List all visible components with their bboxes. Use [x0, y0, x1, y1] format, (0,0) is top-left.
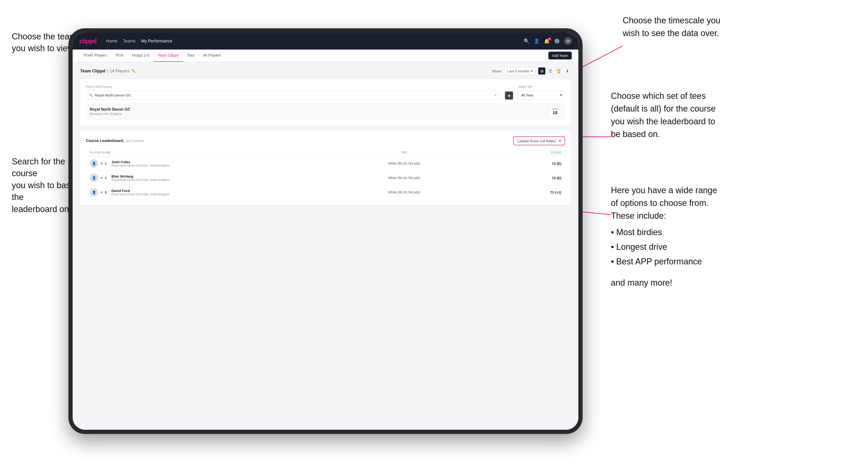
notification-badge: 1 — [548, 37, 551, 40]
download-icon[interactable]: ⬇ — [564, 67, 571, 74]
avatar-blair: 👤 — [90, 174, 98, 182]
leaderboard-card: Course Leaderboard, Last 3 months Lowest… — [80, 131, 571, 205]
annotation-score-options: Here you have a wide rangeof options to … — [611, 184, 717, 289]
tab-pga[interactable]: PGA — [111, 50, 128, 62]
player-cell: 👤 ♥ 3 David Ford Royal North Devon Golf … — [90, 188, 326, 196]
leaderboard-header: Course Leaderboard, Last 3 months Lowest… — [86, 136, 565, 145]
tee-section: Select Tee All Tees ▾ — [518, 85, 565, 100]
show-controls: Show: Last 3 months ▾ ⊞ ☰ 🏆 ⬇ — [492, 67, 571, 74]
avatar[interactable]: A▾ — [564, 37, 572, 45]
grid-view-icon[interactable]: ⊞ — [538, 67, 545, 74]
table-row: 👤 ♥ 1 Blair McHarg Royal North Devon Gol… — [86, 171, 565, 185]
holes-badge: Holes 18 — [549, 106, 561, 117]
favourite-button[interactable]: ★ — [505, 91, 513, 100]
annotation-tee-choice: Choose which set of tees(default is all)… — [611, 90, 716, 141]
find-course-label: Find a Golf Course — [86, 85, 500, 88]
player-cell: 👤 ♥ 1 Blair McHarg Royal North Devon Gol… — [90, 174, 326, 182]
tab-team-clippd[interactable]: Team Clippd — [154, 50, 183, 62]
avatar-josh: 👤 — [90, 159, 98, 168]
nav-teams[interactable]: Teams — [123, 39, 135, 44]
option-birdies: Most birdies — [611, 225, 717, 240]
tab-all-players[interactable]: All Players — [199, 50, 225, 62]
heart-icon[interactable]: ♥ — [100, 176, 102, 180]
chevron-down-icon-tee: ▾ — [560, 93, 562, 97]
select-tee-label: Select Tee — [518, 85, 565, 88]
time-period-dropdown[interactable]: Last 3 months ▾ — [505, 67, 535, 74]
avatar-david: 👤 — [90, 188, 98, 196]
player-cell: 👤 ♥ 1 Josh Coles Royal North Devon Golf … — [90, 159, 326, 168]
option-drive: Longest drive — [611, 240, 717, 254]
nav-home[interactable]: Home — [106, 39, 118, 44]
course-name: Royal North Devon GC — [90, 107, 130, 112]
bell-icon[interactable]: 🔔 1 — [544, 38, 550, 44]
table-row: 👤 ♥ 1 Josh Coles Royal North Devon Golf … — [86, 156, 565, 171]
and-more: and many more! — [611, 276, 717, 289]
team-title: Team Clippd | 14 Players — [80, 69, 129, 73]
course-location: Westward Ho!, England — [90, 112, 130, 116]
sub-nav: PGAT Players PGA Hcaps 1-5 Team Clippd T… — [73, 50, 578, 62]
tab-pgat-players[interactable]: PGAT Players — [79, 50, 111, 62]
table-header: PLAYER NAME TEE SCORE — [86, 149, 565, 156]
top-nav: clippd Home Teams My Performance 🔍 👤 🔔 1… — [73, 33, 578, 50]
logo: clippd — [79, 37, 97, 45]
course-search-input[interactable] — [95, 93, 494, 97]
edit-icon[interactable]: ✏️ — [131, 69, 136, 73]
tab-hcaps[interactable]: Hcaps 1-5 — [128, 50, 154, 62]
table-row: 👤 ♥ 3 David Ford Royal North Devon Golf … — [86, 185, 565, 199]
trophy-icon[interactable]: 🏆 — [555, 67, 562, 74]
search-icon[interactable]: 🔍 — [524, 38, 530, 44]
tablet-frame: clippd Home Teams My Performance 🔍 👤 🔔 1… — [68, 28, 583, 434]
course-search-card: Find a Golf Course 🔍 ✕ ★ Select Te — [80, 79, 571, 126]
search-icon-inner: 🔍 — [89, 93, 93, 97]
list-view-icon[interactable]: ☰ — [547, 67, 554, 74]
heart-icon[interactable]: ♥ — [100, 161, 102, 165]
heart-icon[interactable]: ♥ — [100, 190, 102, 194]
nav-icons: 🔍 👤 🔔 1 ⚙️ A▾ — [524, 37, 572, 45]
player-count: | 14 Players — [107, 69, 130, 73]
nav-links: Home Teams My Performance — [106, 39, 173, 44]
course-result: Royal North Devon GC Westward Ho!, Engla… — [86, 102, 565, 120]
people-icon[interactable]: 👤 — [534, 38, 540, 44]
leaderboard-title: Course Leaderboard, Last 3 months — [86, 139, 144, 143]
view-icons: ⊞ ☰ 🏆 ⬇ — [538, 67, 571, 74]
options-list: Most birdies Longest drive Best APP perf… — [611, 225, 717, 269]
clear-search-icon[interactable]: ✕ — [494, 93, 497, 97]
tee-dropdown[interactable]: All Tees ▾ — [518, 90, 565, 100]
chevron-down-icon: ▾ — [531, 69, 533, 73]
option-app: Best APP performance — [611, 254, 717, 269]
team-header: Team Clippd | 14 Players ✏️ Show: Last 3… — [80, 67, 571, 74]
score-type-dropdown[interactable]: Lowest Score (18 holes) ▾ — [513, 136, 565, 145]
annotation-timescale: Choose the timescale youwish to see the … — [623, 14, 720, 40]
tablet-screen: clippd Home Teams My Performance 🔍 👤 🔔 1… — [73, 33, 578, 430]
course-search-input-wrapper: 🔍 ✕ — [86, 90, 500, 100]
settings-icon[interactable]: ⚙️ — [554, 38, 560, 44]
add-team-button[interactable]: Add Team — [549, 52, 572, 59]
tab-tour[interactable]: Tour — [183, 50, 199, 62]
leaderboard-table: PLAYER NAME TEE SCORE 👤 ♥ 1 Josh Coles — [86, 149, 565, 199]
chevron-down-icon-score: ▾ — [559, 139, 561, 143]
nav-my-performance[interactable]: My Performance — [141, 39, 173, 44]
main-content: Team Clippd | 14 Players ✏️ Show: Last 3… — [73, 62, 578, 430]
